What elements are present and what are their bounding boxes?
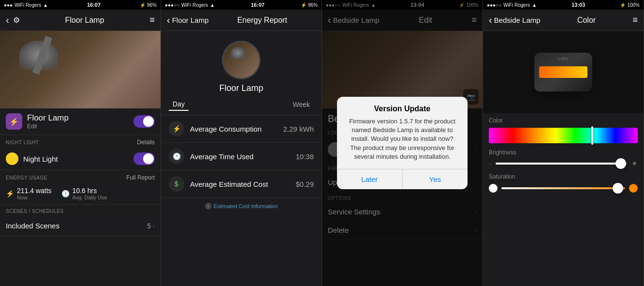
battery-1: 96% bbox=[147, 2, 157, 8]
avg-cost-label: Average Estimated Cost bbox=[190, 180, 295, 188]
scenes-row[interactable]: Included Scenes 5 › bbox=[0, 216, 161, 236]
avg-consumption-value: 2.29 kWh bbox=[283, 125, 314, 133]
brightness-slider-row: ○ ☀ bbox=[489, 160, 638, 167]
info-icon: i bbox=[205, 203, 212, 210]
brightness-slider-track[interactable] bbox=[496, 163, 628, 165]
later-button[interactable]: Later bbox=[337, 169, 403, 189]
brightness-label: Brightness bbox=[489, 149, 638, 156]
panel-color: ●●●○○ WiFi Rogers ▲ 13:03 ⚡ 100% ‹ Bedsi… bbox=[483, 0, 644, 286]
est-cost-text[interactable]: Estimated Cost Information bbox=[214, 203, 278, 209]
color-spectrum[interactable] bbox=[489, 128, 638, 143]
menu-button-4[interactable]: ≡ bbox=[632, 15, 638, 25]
wifi-icon-1: ▲ bbox=[43, 2, 48, 8]
back-button-2[interactable]: ‹ bbox=[167, 15, 170, 26]
day-selector[interactable]: Day bbox=[169, 98, 189, 111]
wifi-icon-2: ▲ bbox=[210, 2, 215, 8]
avatar-name: Floor Lamp bbox=[219, 83, 263, 93]
avg-consumption-label: Average Consumption bbox=[190, 125, 283, 133]
avg-cost-row: $ Average Estimated Cost $0.29 bbox=[161, 170, 322, 198]
night-light-circle bbox=[6, 152, 18, 165]
panel-floor-lamp: ●●● WiFi Rogers ▲ 16:07 ⚡ 96% ‹ ⚙ Floor … bbox=[0, 0, 161, 286]
watts-sub: Now bbox=[17, 195, 52, 200]
device-info-left: ⚡ Floor Lamp Edit bbox=[6, 113, 69, 130]
hero-image-1 bbox=[0, 31, 161, 108]
hours-sub: Avg. Daily Use bbox=[73, 195, 107, 200]
night-light-toggle[interactable]: I bbox=[133, 152, 155, 165]
spectrum-thumb bbox=[591, 126, 593, 145]
energy-section-header: ENERGY USAGE Full Report bbox=[0, 170, 161, 183]
status-bar-4: ●●●○○ WiFi Rogers ▲ 13:03 ⚡ 100% bbox=[483, 0, 644, 10]
battery-2: 96% bbox=[308, 2, 318, 8]
avg-time-label: Average Time Used bbox=[190, 152, 295, 161]
brightness-high-icon: ☀ bbox=[631, 160, 638, 167]
week-selector[interactable]: Week bbox=[289, 99, 314, 110]
day-week-selector: Day Week bbox=[161, 98, 322, 115]
energy-report-body: Floor Lamp Day Week ⚡ Average Consumptio… bbox=[161, 31, 322, 286]
battery-icon-2: ⚡ bbox=[301, 2, 307, 8]
carrier-2: WiFi Rogers bbox=[181, 2, 208, 8]
time-4: 13:03 bbox=[571, 2, 585, 8]
scenes-chevron-icon: › bbox=[153, 223, 155, 229]
device-icon-1: ⚡ bbox=[6, 113, 22, 130]
back-button-4[interactable]: ‹ bbox=[489, 15, 492, 26]
saturation-high-icon bbox=[629, 184, 638, 193]
signal-icon-2: ●●●○○ bbox=[165, 2, 179, 8]
color-section-label: Color bbox=[483, 113, 644, 126]
signal-icon-4: ●●●○○ bbox=[487, 2, 501, 8]
nav-title-4: Color bbox=[577, 16, 596, 25]
time-2: 16:07 bbox=[251, 2, 264, 8]
saturation-thumb[interactable] bbox=[613, 183, 623, 194]
device-toggle-1[interactable]: I bbox=[133, 115, 155, 128]
gear-button-1[interactable]: ⚙ bbox=[13, 15, 20, 25]
consumption-icon: ⚡ bbox=[169, 121, 184, 136]
menu-button-1[interactable]: ≡ bbox=[149, 15, 155, 25]
scenes-count: 5 bbox=[147, 222, 151, 230]
watts-text: 211.4 watts Now bbox=[17, 187, 52, 200]
dialog-body: Firmware version 1.5.7 for the product n… bbox=[347, 117, 458, 161]
saturation-label: Saturation bbox=[489, 173, 638, 180]
signal-icon: ●●● bbox=[4, 2, 13, 8]
back-label-4[interactable]: Bedside Lamp bbox=[494, 16, 541, 24]
scenes-section-label: SCENES / SCHEDULES bbox=[6, 209, 64, 214]
bulb-stripe bbox=[539, 66, 587, 78]
device-avatar-wrap: Floor Lamp bbox=[161, 31, 322, 98]
bolt-icon: ⚡ bbox=[6, 190, 14, 197]
version-dialog: Version Update Firmware version 1.5.7 fo… bbox=[337, 97, 468, 189]
status-left-2: ●●●○○ WiFi Rogers ▲ bbox=[165, 2, 215, 8]
device-edit-1[interactable]: Edit bbox=[27, 123, 69, 130]
avg-cost-value: $0.29 bbox=[295, 180, 314, 188]
back-button-1[interactable]: ‹ bbox=[6, 15, 9, 26]
night-light-label: NIGHT LIGHT bbox=[6, 140, 39, 145]
brightness-section: Brightness ○ ☀ bbox=[483, 145, 644, 169]
est-cost-info: i Estimated Cost Information bbox=[161, 198, 322, 214]
panel-energy-report: ●●●○○ WiFi Rogers ▲ 16:07 ⚡ 96% ‹ Floor … bbox=[161, 0, 322, 286]
back-label-2[interactable]: Floor Lamp bbox=[172, 16, 209, 24]
clock-icon-1: 🕐 bbox=[61, 190, 70, 197]
dialog-title: Version Update bbox=[347, 105, 458, 113]
saturation-slider-track[interactable] bbox=[501, 187, 625, 189]
battery-4: 100% bbox=[627, 2, 640, 8]
device-name-1: Floor Lamp bbox=[27, 113, 69, 123]
watts-stat: ⚡ 211.4 watts Now bbox=[6, 187, 52, 200]
bt-icon-1: ⚡ bbox=[140, 2, 146, 8]
brightness-thumb[interactable] bbox=[615, 158, 626, 169]
bulb-box: LIFX bbox=[534, 53, 592, 91]
wifi-icon-4: ▲ bbox=[532, 2, 537, 8]
saturation-low-icon bbox=[489, 184, 498, 193]
full-report-link[interactable]: Full Report bbox=[126, 174, 155, 181]
status-right-2: ⚡ 96% bbox=[301, 2, 318, 8]
avg-time-value: 10:38 bbox=[295, 152, 314, 161]
night-light-details[interactable]: Details bbox=[137, 139, 155, 146]
time-1: 16:07 bbox=[87, 2, 101, 8]
hours-text: 10.6 hrs Avg. Daily Use bbox=[73, 187, 107, 200]
device-info-1: ⚡ Floor Lamp Edit I bbox=[0, 108, 161, 135]
avg-consumption-row: ⚡ Average Consumption 2.29 kWh bbox=[161, 115, 322, 143]
nav-bar-1: ‹ ⚙ Floor Lamp ≡ bbox=[0, 10, 161, 31]
night-toggle-i-icon: I bbox=[150, 156, 152, 162]
status-bar-2: ●●●○○ WiFi Rogers ▲ 16:07 ⚡ 96% bbox=[161, 0, 322, 10]
color-panel-body: LIFX Color Brightness ○ ☀ Saturation bbox=[483, 31, 644, 286]
brightness-low-icon: ○ bbox=[489, 161, 492, 166]
dialog-overlay: Version Update Firmware version 1.5.7 fo… bbox=[322, 0, 483, 286]
yes-button[interactable]: Yes bbox=[403, 169, 468, 189]
scenes-label: Included Scenes bbox=[6, 222, 59, 230]
